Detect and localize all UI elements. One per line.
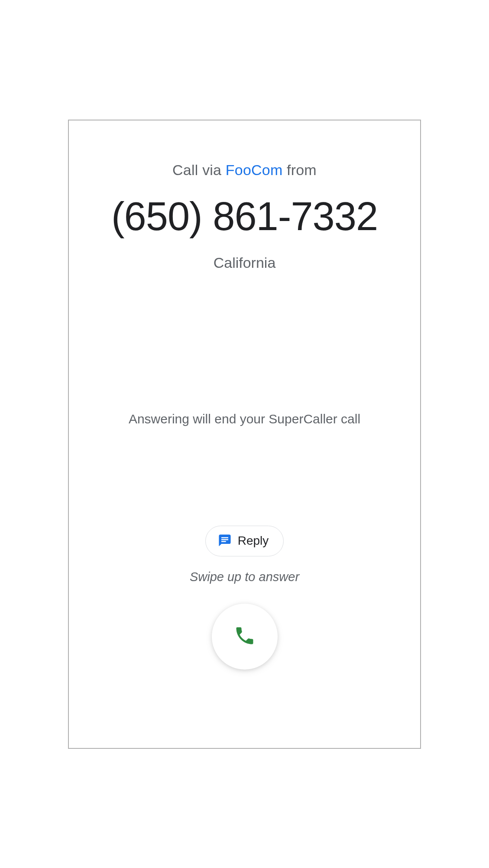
caller-location: California [69,254,420,271]
chat-icon [218,533,232,549]
reply-button-label: Reply [238,534,269,548]
call-header: Call via FooCom from (650) 861-7332 Cali… [69,162,420,271]
incoming-call-screen: Call via FooCom from (650) 861-7332 Cali… [68,120,421,749]
svg-rect-0 [221,537,228,538]
provider-name: FooCom [226,162,283,178]
call-via-text: Call via FooCom from [69,162,420,179]
swipe-up-hint: Swipe up to answer [190,570,299,584]
answer-call-button[interactable] [212,604,278,670]
phone-icon [233,624,256,649]
svg-rect-1 [221,539,228,540]
caller-phone-number: (650) 861-7332 [69,194,420,239]
reply-button[interactable]: Reply [205,526,284,556]
svg-rect-2 [221,541,226,542]
answer-warning-message: Answering will end your SuperCaller call [129,412,360,426]
call-via-suffix: from [282,162,316,178]
call-via-prefix: Call via [172,162,226,178]
